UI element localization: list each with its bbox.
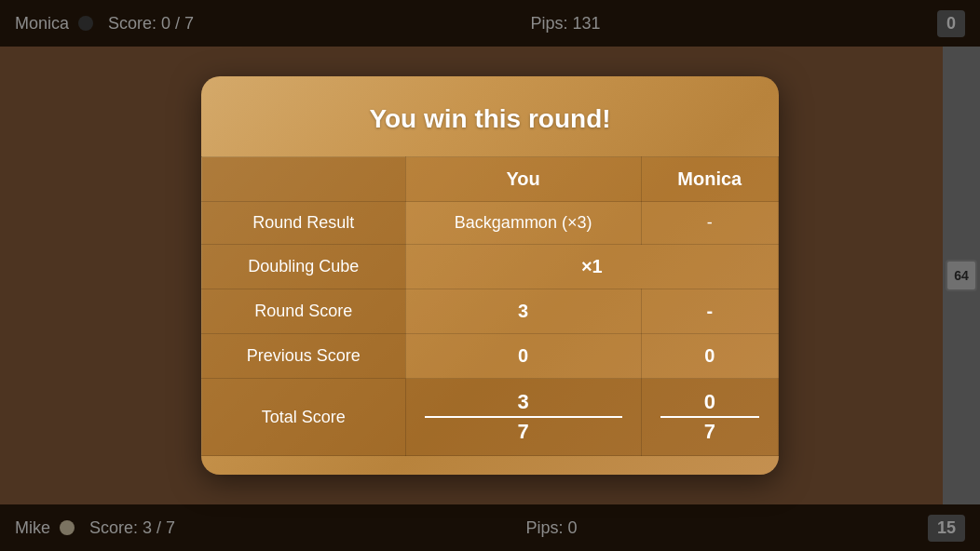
total-monica-denominator: 7 xyxy=(660,420,759,444)
doubling-cube-row: Doubling Cube ×1 xyxy=(202,245,779,289)
round-result-you: Backgammon (×3) xyxy=(405,202,641,245)
doubling-cube-label: Doubling Cube xyxy=(202,245,406,289)
total-score-monica: 0 7 xyxy=(641,379,778,456)
empty-header xyxy=(202,157,406,202)
previous-score-you: 0 xyxy=(405,334,641,379)
round-score-row: Round Score 3 - xyxy=(202,289,779,334)
round-result-label: Round Result xyxy=(202,202,406,245)
total-you-denominator: 7 xyxy=(425,420,622,444)
modal-overlay: You win this round! You Monica Round Res… xyxy=(0,0,980,551)
previous-score-row: Previous Score 0 0 xyxy=(202,334,779,379)
round-score-monica: - xyxy=(641,289,778,334)
modal-title: You win this round! xyxy=(201,104,779,134)
round-result-monica: - xyxy=(641,202,778,245)
doubling-cube-value: ×1 xyxy=(405,245,778,289)
round-score-label: Round Score xyxy=(202,289,406,334)
total-monica-numerator: 0 xyxy=(660,390,759,418)
round-score-you: 3 xyxy=(405,289,641,334)
total-score-row: Total Score 3 7 0 7 xyxy=(202,379,779,456)
score-table: You Monica Round Result Backgammon (×3) … xyxy=(201,156,779,456)
previous-score-label: Previous Score xyxy=(202,334,406,379)
total-you-numerator: 3 xyxy=(425,390,622,418)
round-result-row: Round Result Backgammon (×3) - xyxy=(202,202,779,245)
monica-column-header: Monica xyxy=(641,157,778,202)
previous-score-monica: 0 xyxy=(641,334,778,379)
you-column-header: You xyxy=(405,157,641,202)
total-score-label: Total Score xyxy=(202,379,406,456)
result-modal: You win this round! You Monica Round Res… xyxy=(201,76,779,475)
total-score-you: 3 7 xyxy=(405,379,641,456)
